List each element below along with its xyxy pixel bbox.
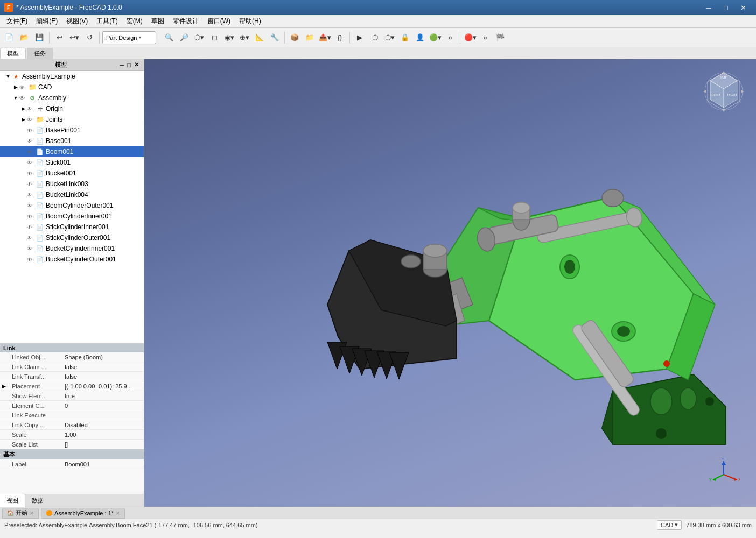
tree-boomcylinderinner001[interactable]: 👁 📄 BoomCylinderInner001 <box>0 211 144 222</box>
tree-stickcylinderinner001[interactable]: 👁 📄 StickCylinderInner001 <box>0 222 144 232</box>
tree-joints-arrow[interactable]: ▶ <box>19 117 27 122</box>
menu-宏m[interactable]: 宏(M) <box>122 16 147 27</box>
prop-row-linktransf[interactable]: Link Transf... false <box>0 372 144 381</box>
tree-bucketlink004[interactable]: 👁 📄 BucketLink004 <box>0 189 144 200</box>
macro-button[interactable]: ▶ <box>353 31 367 45</box>
panel-minimize-btn[interactable]: ─ <box>118 62 126 68</box>
close-button[interactable]: ✕ <box>734 0 752 15</box>
tree-bucketcylinderouter001[interactable]: 👁 📄 BucketCylinderOuter001 <box>0 254 144 265</box>
prop-row-label[interactable]: Label Boom001 <box>0 459 144 469</box>
start-tab-close[interactable]: ✕ <box>30 511 34 516</box>
refresh-button[interactable]: ↺ <box>82 31 96 45</box>
eye-bucketlink004[interactable]: 👁 <box>27 192 34 198</box>
zoom-all-button[interactable]: 🔎 <box>177 31 191 45</box>
expand2-button[interactable]: » <box>478 31 492 45</box>
menu-文件f[interactable]: 文件(F) <box>2 16 32 27</box>
new-body-button[interactable]: 📦 <box>288 31 302 45</box>
new-file-button[interactable]: 📄 <box>2 31 16 45</box>
workbench-selector[interactable]: Part Design ▾ <box>102 31 156 44</box>
placement-expand[interactable]: ▶ <box>0 384 8 389</box>
tab-model[interactable]: 模型 <box>0 48 26 59</box>
tab-task[interactable]: 任务 <box>27 48 53 59</box>
eye-bucketcylinderinner001[interactable]: 👁 <box>27 246 34 252</box>
file-tab[interactable]: 🟠 AssemblyExample : 1* ✕ <box>41 508 125 519</box>
menu-视图v[interactable]: 视图(V) <box>62 16 92 27</box>
menu-窗口w[interactable]: 窗口(W) <box>203 16 235 27</box>
menu-编辑e[interactable]: 编辑(E) <box>32 16 62 27</box>
menu-零件设计[interactable]: 零件设计 <box>169 16 203 27</box>
assembly-button[interactable]: 🔴▾ <box>463 31 477 45</box>
flag-button[interactable]: 🏁 <box>493 31 507 45</box>
new-sketch-button[interactable]: 📁 <box>303 31 317 45</box>
open-file-button[interactable]: 📂 <box>17 31 31 45</box>
tree-boomcylinderouter001[interactable]: 👁 📄 BoomCylinderOuter001 <box>0 200 144 211</box>
eye-boomcylinderinner001[interactable]: 👁 <box>27 214 34 220</box>
menu-草图[interactable]: 草图 <box>147 16 169 27</box>
tree-basepin001[interactable]: 👁 📄 BasePin001 <box>0 125 144 136</box>
prop-row-scalelist[interactable]: Scale List [] <box>0 440 144 449</box>
zoom-fit-button[interactable]: 🔍 <box>162 31 176 45</box>
file-tab-close[interactable]: ✕ <box>116 511 120 516</box>
eye-cad[interactable]: 👁 <box>19 84 27 90</box>
eye-bucketcylinderouter001[interactable]: 👁 <box>27 257 34 263</box>
part-button[interactable]: ⬡ <box>368 31 382 45</box>
eye-bucket001[interactable]: 👁 <box>27 171 34 176</box>
part2-button[interactable]: ⬡▾ <box>383 31 397 45</box>
eye-stickcylinderinner001[interactable]: 👁 <box>27 224 34 230</box>
eye-stickcylinderouter001[interactable]: 👁 <box>27 235 34 241</box>
lock-button[interactable]: 🔒 <box>398 31 412 45</box>
eye-boom001[interactable]: 👁 <box>27 149 34 155</box>
tree-cad[interactable]: ▶ 👁 📁 CAD <box>0 82 144 93</box>
panel-close-btn[interactable]: ✕ <box>132 61 141 68</box>
eye-bucketlink003[interactable]: 👁 <box>27 181 34 187</box>
left-tab-view[interactable]: 视图 <box>0 494 25 507</box>
export-button[interactable]: 📤▾ <box>318 31 332 45</box>
stereo-button[interactable]: ◉▾ <box>222 31 236 45</box>
prop-row-linkcopy[interactable]: Link Copy ... Disabled <box>0 420 144 430</box>
extra-button[interactable]: 🟢▾ <box>428 31 442 45</box>
eye-boomcylinderouter001[interactable]: 👁 <box>27 203 34 209</box>
eye-origin[interactable]: 👁 <box>27 106 34 112</box>
eye-assembly[interactable]: 👁 <box>19 95 27 101</box>
eye-joints[interactable]: 👁 <box>27 117 34 123</box>
minimize-button[interactable]: ─ <box>700 0 717 15</box>
tree-assembly[interactable]: ▼ 👁 ⚙ Assembly <box>0 93 144 103</box>
prop-row-elementc[interactable]: Element C... 0 <box>0 401 144 410</box>
prop-row-showelem[interactable]: Show Elem... true <box>0 391 144 401</box>
measure-button[interactable]: 📐 <box>253 31 267 45</box>
eye-basepin001[interactable]: 👁 <box>27 128 34 133</box>
tree-base001[interactable]: 👁 📄 Base001 <box>0 136 144 146</box>
tree-root-arrow[interactable]: ▼ <box>4 74 12 79</box>
expand-button[interactable]: » <box>443 31 457 45</box>
undo-button[interactable]: ↩ <box>52 31 66 45</box>
inspect-button[interactable]: 🔧 <box>268 31 282 45</box>
prop-row-linkedobj[interactable]: Linked Obj... Shape (Boom) <box>0 352 144 362</box>
maximize-button[interactable]: □ <box>717 0 734 15</box>
view-preset-button[interactable]: ⬡▾ <box>192 31 206 45</box>
tree-cad-arrow[interactable]: ▶ <box>12 84 19 90</box>
menu-工具t[interactable]: 工具(T) <box>92 16 122 27</box>
left-tab-data[interactable]: 数据 <box>25 494 50 507</box>
tree-joints[interactable]: ▶ 👁 📁 Joints <box>0 114 144 125</box>
panel-float-btn[interactable]: □ <box>125 62 132 68</box>
tree-root[interactable]: ▼ ★ AssemblyExample <box>0 71 144 82</box>
save-button[interactable]: 💾 <box>32 31 46 45</box>
start-tab[interactable]: 🏠 开始 ✕ <box>2 508 39 519</box>
draw-style-button[interactable]: ◻ <box>207 31 221 45</box>
tree-bucketlink003[interactable]: 👁 📄 BucketLink003 <box>0 179 144 189</box>
prop-row-linkexecute[interactable]: Link Execute <box>0 410 144 420</box>
tree-bucketcylinderinner001[interactable]: 👁 📄 BucketCylinderInner001 <box>0 243 144 254</box>
person-button[interactable]: 👤 <box>413 31 427 45</box>
tree-assembly-arrow[interactable]: ▼ <box>12 95 19 101</box>
viewport-3d[interactable]: TOP RIGHT FRONT <box>144 59 756 507</box>
tree-stick001[interactable]: 👁 📄 Stick001 <box>0 157 144 168</box>
tree-origin[interactable]: ▶ 👁 ✛ Origin <box>0 103 144 114</box>
mode-dropdown-arrow[interactable]: ▾ <box>675 521 678 528</box>
eye-base001[interactable]: 👁 <box>27 138 34 144</box>
tree-origin-arrow[interactable]: ▶ <box>19 106 27 111</box>
prop-row-linkclaim[interactable]: Link Claim ... false <box>0 362 144 372</box>
prop-row-placement[interactable]: ▶ Placement [(-1.00 0.00 -0.01); 25.9... <box>0 381 144 391</box>
status-mode[interactable]: CAD ▾ <box>657 520 682 530</box>
zoom-button[interactable]: ⊕▾ <box>237 31 251 45</box>
tree-bucket001[interactable]: 👁 📄 Bucket001 <box>0 168 144 179</box>
